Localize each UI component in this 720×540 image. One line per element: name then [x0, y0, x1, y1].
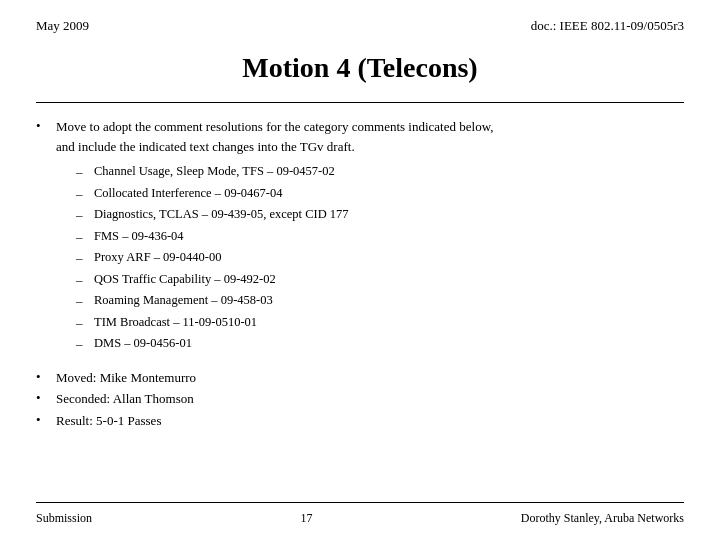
sub-item-text: Diagnostics, TCLAS – 09-439-05, except C… — [94, 205, 349, 224]
sub-list: – Channel Usage, Sleep Mode, TFS – 09-04… — [76, 162, 493, 354]
sub-dash: – — [76, 291, 94, 311]
sub-dash: – — [76, 184, 94, 204]
page: May 2009 doc.: IEEE 802.11-09/0505r3 Mot… — [0, 0, 720, 540]
sub-item: – FMS – 09-436-04 — [76, 227, 493, 247]
main-bullet: • Move to adopt the comment resolutions … — [36, 117, 684, 356]
sub-item: – DMS – 09-0456-01 — [76, 334, 493, 354]
result-item: • Moved: Mike Montemurro — [36, 368, 684, 388]
result-bullet: • — [36, 389, 56, 406]
sub-dash: – — [76, 334, 94, 354]
sub-dash: – — [76, 205, 94, 225]
sub-dash: – — [76, 227, 94, 247]
header-date: May 2009 — [36, 18, 89, 34]
sub-item-text: FMS – 09-436-04 — [94, 227, 184, 246]
result-text: Moved: Mike Montemurro — [56, 368, 196, 388]
sub-item-text: TIM Broadcast – 11-09-0510-01 — [94, 313, 257, 332]
sub-item-text: Collocated Interference – 09-0467-04 — [94, 184, 282, 203]
sub-item-text: Roaming Management – 09-458-03 — [94, 291, 273, 310]
sub-item-text: DMS – 09-0456-01 — [94, 334, 192, 353]
bullet-dot: • — [36, 117, 56, 134]
page-title: Motion 4 (Telecons) — [36, 52, 684, 84]
sub-dash: – — [76, 248, 94, 268]
result-bullet: • — [36, 411, 56, 428]
sub-item: – Proxy ARF – 09-0440-00 — [76, 248, 493, 268]
sub-item-text: Proxy ARF – 09-0440-00 — [94, 248, 221, 267]
sub-item: – Channel Usage, Sleep Mode, TFS – 09-04… — [76, 162, 493, 182]
results-section: • Moved: Mike Montemurro • Seconded: All… — [36, 368, 684, 431]
sub-item: – Collocated Interference – 09-0467-04 — [76, 184, 493, 204]
result-text: Result: 5-0-1 Passes — [56, 411, 161, 431]
footer: Submission 17 Dorothy Stanley, Aruba Net… — [36, 502, 684, 526]
result-bullet: • — [36, 368, 56, 385]
sub-item-text: QOS Traffic Capability – 09-492-02 — [94, 270, 276, 289]
sub-dash: – — [76, 270, 94, 290]
footer-author: Dorothy Stanley, Aruba Networks — [521, 511, 684, 526]
header-doc: doc.: IEEE 802.11-09/0505r3 — [531, 18, 684, 34]
divider — [36, 102, 684, 103]
header: May 2009 doc.: IEEE 802.11-09/0505r3 — [36, 18, 684, 34]
sub-item: – TIM Broadcast – 11-09-0510-01 — [76, 313, 493, 333]
main-content: • Move to adopt the comment resolutions … — [36, 117, 684, 502]
main-bullet-text: Move to adopt the comment resolutions fo… — [56, 117, 493, 356]
sub-dash: – — [76, 162, 94, 182]
sub-item: – Diagnostics, TCLAS – 09-439-05, except… — [76, 205, 493, 225]
sub-item-text: Channel Usage, Sleep Mode, TFS – 09-0457… — [94, 162, 335, 181]
footer-submission: Submission — [36, 511, 92, 526]
result-text: Seconded: Allan Thomson — [56, 389, 194, 409]
sub-item: – QOS Traffic Capability – 09-492-02 — [76, 270, 493, 290]
result-item: • Result: 5-0-1 Passes — [36, 411, 684, 431]
sub-item: – Roaming Management – 09-458-03 — [76, 291, 493, 311]
footer-page: 17 — [300, 511, 312, 526]
sub-dash: – — [76, 313, 94, 333]
result-item: • Seconded: Allan Thomson — [36, 389, 684, 409]
